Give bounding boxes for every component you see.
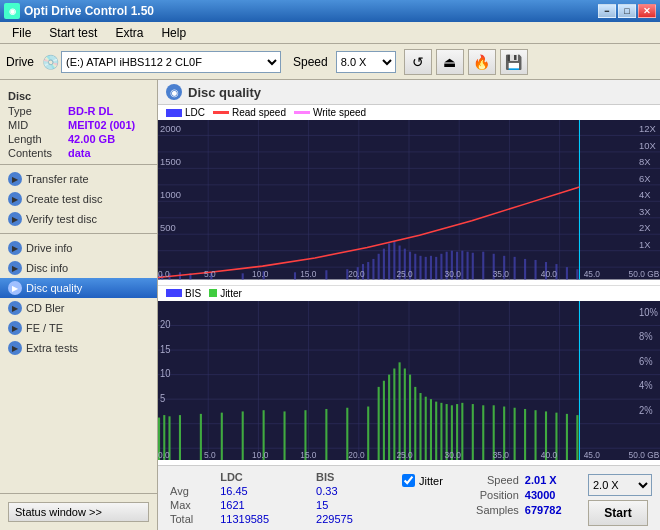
svg-rect-122 [414, 386, 416, 460]
svg-text:25.0: 25.0 [396, 449, 412, 460]
stats-table: LDC BIS Avg 16.45 0.33 Max 1621 15 Tot [166, 470, 386, 526]
svg-text:4%: 4% [639, 379, 653, 391]
burn-button[interactable]: 🔥 [468, 49, 496, 75]
drive-select[interactable]: (E:) ATAPI iHBS112 2 CL0F [61, 51, 281, 73]
sidebar-item-disc-quality[interactable]: ▶ Disc quality [0, 278, 157, 298]
svg-text:45.0: 45.0 [584, 449, 600, 460]
svg-text:40.0: 40.0 [541, 270, 558, 280]
close-button[interactable]: ✕ [638, 4, 656, 18]
svg-rect-45 [435, 257, 437, 280]
svg-text:10: 10 [160, 367, 171, 379]
svg-text:20.0: 20.0 [348, 449, 364, 460]
svg-text:2%: 2% [639, 404, 653, 416]
position-stat-value: 43000 [525, 489, 556, 501]
jitter-checkbox[interactable] [402, 474, 415, 487]
svg-rect-25 [242, 273, 244, 279]
svg-text:50.0 GB: 50.0 GB [629, 449, 660, 460]
menu-help[interactable]: Help [153, 24, 194, 42]
verify-test-disc-label: Verify test disc [26, 213, 97, 225]
svg-rect-34 [378, 254, 380, 280]
sidebar-item-extra-tests[interactable]: ▶ Extra tests [0, 338, 157, 358]
svg-rect-107 [221, 412, 223, 460]
svg-rect-127 [440, 402, 442, 460]
svg-text:5: 5 [160, 391, 166, 403]
disc-type-value: BD-R DL [68, 105, 113, 117]
svg-rect-126 [435, 401, 437, 460]
refresh-button[interactable]: ↺ [404, 49, 432, 75]
menu-bar: File Start test Extra Help [0, 22, 660, 44]
sidebar-item-create-test-disc[interactable]: ▶ Create test disc [0, 189, 157, 209]
svg-rect-115 [378, 386, 380, 460]
svg-text:30.0: 30.0 [445, 449, 461, 460]
main-layout: Disc Type BD-R DL MID MEIT02 (001) Lengt… [0, 80, 660, 530]
svg-text:45.0: 45.0 [584, 270, 601, 280]
svg-text:12X: 12X [639, 124, 657, 134]
speed-select[interactable]: 8.0 X [336, 51, 396, 73]
svg-text:10.0: 10.0 [252, 449, 268, 460]
eject-button[interactable]: ⏏ [436, 49, 464, 75]
disc-type-label: Type [8, 105, 68, 117]
svg-text:15.0: 15.0 [300, 449, 316, 460]
sidebar-item-transfer-rate[interactable]: ▶ Transfer rate [0, 169, 157, 189]
svg-text:1500: 1500 [160, 157, 181, 167]
svg-text:10%: 10% [639, 306, 658, 318]
avg-bis-value: 0.33 [308, 484, 386, 498]
svg-rect-58 [535, 260, 537, 280]
svg-rect-120 [404, 368, 406, 460]
position-stat-label: Position [459, 489, 519, 501]
max-bis-value: 15 [308, 498, 386, 512]
svg-rect-121 [409, 374, 411, 460]
sidebar-item-drive-info[interactable]: ▶ Drive info [0, 238, 157, 258]
extra-tests-icon: ▶ [8, 341, 22, 355]
status-window-button[interactable]: Status window >> [8, 502, 149, 522]
menu-start-test[interactable]: Start test [41, 24, 105, 42]
disc-contents-value: data [68, 147, 91, 159]
fe-te-icon: ▶ [8, 321, 22, 335]
bis-legend-label: BIS [185, 288, 201, 299]
save-button[interactable]: 💾 [500, 49, 528, 75]
samples-stat-row: Samples 679782 [459, 504, 562, 516]
avg-ldc-value: 16.45 [212, 484, 308, 498]
svg-rect-138 [535, 410, 537, 460]
position-stat-row: Position 43000 [459, 489, 562, 501]
drive-label: Drive [6, 55, 34, 69]
svg-rect-28 [325, 270, 327, 279]
disc-length-value: 42.00 GB [68, 133, 115, 145]
svg-rect-133 [482, 405, 484, 460]
toolbar: Drive 💿 (E:) ATAPI iHBS112 2 CL0F Speed … [0, 44, 660, 80]
maximize-button[interactable]: □ [618, 4, 636, 18]
svg-text:15: 15 [160, 342, 171, 354]
disc-section-label: Disc [0, 88, 157, 104]
sidebar-item-verify-test-disc[interactable]: ▶ Verify test disc [0, 209, 157, 229]
svg-rect-27 [294, 272, 296, 279]
menu-file[interactable]: File [4, 24, 39, 42]
sidebar-item-disc-info[interactable]: ▶ Disc info [0, 258, 157, 278]
sidebar: Disc Type BD-R DL MID MEIT02 (001) Lengt… [0, 80, 158, 530]
disc-info-icon: ▶ [8, 261, 22, 275]
disc-quality-icon: ▶ [8, 281, 22, 295]
minimize-button[interactable]: − [598, 4, 616, 18]
sidebar-item-cd-bler[interactable]: ▶ CD Bler [0, 298, 157, 318]
content-area: ◉ Disc quality LDC Read speed [158, 80, 660, 530]
start-button[interactable]: Start [588, 500, 648, 526]
svg-rect-35 [383, 249, 385, 280]
jitter-checkbox-row: Jitter [402, 474, 443, 487]
svg-rect-131 [461, 402, 463, 460]
svg-rect-41 [414, 254, 416, 280]
svg-rect-50 [461, 251, 463, 280]
svg-text:2000: 2000 [160, 124, 181, 134]
disc-type-row: Type BD-R DL [0, 104, 157, 118]
menu-extra[interactable]: Extra [107, 24, 151, 42]
svg-rect-141 [566, 413, 568, 460]
svg-rect-119 [399, 362, 401, 460]
ldc-legend-label: LDC [185, 107, 205, 118]
speed-test-select[interactable]: 2.0 X [588, 474, 652, 496]
svg-rect-62 [576, 269, 578, 279]
disc-mid-label: MID [8, 119, 68, 131]
sidebar-item-fe-te[interactable]: ▶ FE / TE [0, 318, 157, 338]
svg-rect-33 [372, 259, 374, 280]
write-speed-legend-label: Write speed [313, 107, 366, 118]
svg-text:20: 20 [160, 318, 171, 330]
max-ldc-value: 1621 [212, 498, 308, 512]
extra-tests-label: Extra tests [26, 342, 78, 354]
